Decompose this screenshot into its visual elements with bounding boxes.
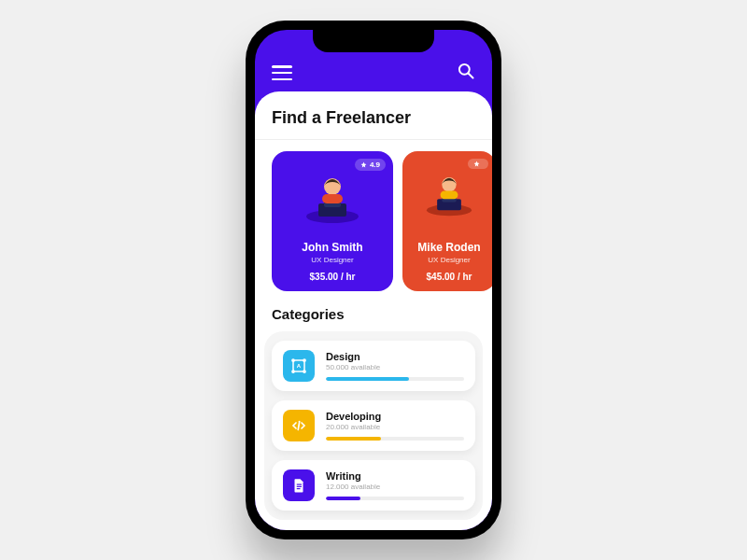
categories-heading: Categories	[255, 291, 492, 331]
divider	[255, 139, 492, 140]
category-body: Writing 12.000 available	[326, 470, 464, 500]
category-progress-fill	[326, 377, 409, 381]
freelancer-avatar	[421, 172, 477, 224]
freelancer-avatar	[300, 172, 365, 224]
freelancer-card[interactable]: 4.9 John Smith UX Designer	[272, 151, 393, 291]
category-body: Design 50.000 available	[326, 351, 464, 381]
category-name: Design	[326, 351, 464, 362]
category-item-writing[interactable]: Writing 12.000 available	[272, 460, 475, 511]
menu-icon[interactable]	[272, 65, 292, 80]
freelancer-name: Mike Roden	[408, 241, 490, 254]
category-name: Developing	[326, 411, 464, 422]
freelancer-role: UX Designer	[408, 256, 490, 264]
category-list: A Design 50.000 available	[264, 331, 483, 520]
category-item-design[interactable]: A Design 50.000 available	[272, 341, 475, 391]
phone-frame: Find a Freelancer 4.9	[246, 21, 501, 539]
svg-point-13	[292, 359, 294, 361]
main-panel: Find a Freelancer 4.9	[255, 91, 492, 530]
notch	[313, 30, 434, 52]
svg-point-15	[292, 371, 294, 372]
freelancer-role: UX Designer	[277, 256, 388, 264]
star-icon	[473, 161, 480, 167]
category-subtext: 50.000 available	[326, 363, 464, 371]
category-subtext: 20.000 available	[326, 423, 464, 431]
freelancer-card[interactable]: Mike Roden UX Designer $45.00 / hr	[402, 151, 492, 291]
document-icon	[283, 469, 315, 501]
svg-point-14	[303, 359, 305, 361]
code-icon	[283, 410, 315, 441]
svg-rect-11	[441, 191, 458, 200]
rating-badge: 4.9	[355, 159, 386, 171]
svg-rect-21	[297, 488, 301, 489]
category-progress	[326, 437, 464, 441]
freelancer-carousel[interactable]: 4.9 John Smith UX Designer	[255, 151, 492, 291]
svg-rect-19	[297, 484, 302, 485]
category-body: Developing 20.000 available	[326, 411, 464, 441]
freelancer-rate: $45.00 / hr	[408, 272, 490, 282]
category-subtext: 12.000 available	[326, 483, 464, 491]
svg-line-1	[469, 74, 473, 78]
category-progress-fill	[326, 437, 381, 441]
category-progress-fill	[326, 497, 360, 500]
svg-rect-6	[322, 194, 343, 203]
category-item-developing[interactable]: Developing 20.000 available	[272, 400, 475, 451]
svg-text:A: A	[297, 363, 302, 369]
svg-point-16	[303, 371, 305, 372]
svg-line-18	[298, 422, 300, 430]
star-icon	[360, 161, 367, 168]
category-progress	[326, 377, 464, 381]
screen: Find a Freelancer 4.9	[255, 30, 492, 530]
page-title: Find a Freelancer	[255, 108, 492, 139]
category-progress	[326, 497, 464, 500]
freelancer-rate: $35.00 / hr	[277, 272, 388, 282]
design-icon: A	[283, 350, 315, 382]
search-icon[interactable]	[457, 62, 475, 80]
freelancer-name: John Smith	[277, 241, 388, 254]
category-name: Writing	[326, 470, 464, 482]
rating-value: 4.9	[370, 161, 380, 169]
rating-badge	[468, 159, 488, 169]
svg-rect-20	[297, 486, 302, 487]
